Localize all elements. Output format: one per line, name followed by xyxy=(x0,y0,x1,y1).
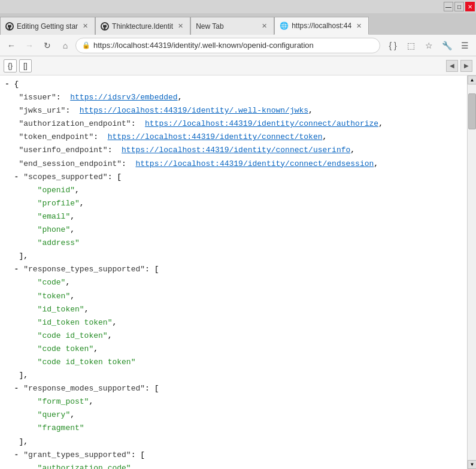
scroll-left-button[interactable]: ◀ xyxy=(446,60,458,72)
tab4-label: https://localhost:44 xyxy=(292,22,351,30)
json-jwks-line: "jwks_uri": https://localhost:44319/iden… xyxy=(0,104,467,117)
star-icon[interactable]: ☆ xyxy=(421,38,436,53)
scrollbar-up-arrow[interactable]: ▲ xyxy=(468,75,476,84)
scrollbar-track: ▲ ▼ xyxy=(467,75,476,469)
json-scope-openid: "openid", xyxy=(0,184,467,197)
refresh-button[interactable]: ↻ xyxy=(40,38,55,53)
lock-icon: 🔒 xyxy=(82,41,90,49)
json-endsession-line: "end_session_endpoint": https://localhos… xyxy=(0,158,467,171)
json-gt-authcode: "authorization_code", xyxy=(0,462,467,469)
json-scope-email: "email", xyxy=(0,210,467,223)
json-rt-code-idtoken-token: "code id_token token" xyxy=(0,356,467,369)
scrollbar-down-arrow[interactable]: ▼ xyxy=(468,460,476,469)
json-rt-code: "code", xyxy=(0,276,467,289)
tabs-bar: Editing Getting star ✕ Thinktecture.Iden… xyxy=(0,13,476,35)
tab3-label: New Tab xyxy=(196,22,257,31)
github-icon-2 xyxy=(101,22,109,31)
titlebar-buttons: — □ ✕ xyxy=(444,2,475,11)
home-button[interactable]: ⌂ xyxy=(57,38,73,53)
json-userinfo-line: "userinfo_endpoint": https://localhost:4… xyxy=(0,144,467,157)
json-open-brace: - { xyxy=(0,78,467,91)
tab2-close[interactable]: ✕ xyxy=(175,22,185,31)
minimize-button[interactable]: — xyxy=(444,2,453,11)
json-response-modes-close: ], xyxy=(0,435,467,449)
json-content[interactable]: - { "issuer": https://idsrv3/embedded, "… xyxy=(0,75,467,469)
json-toolbar: {} [] ◀ ▶ xyxy=(0,56,476,75)
json-scope-profile: "profile", xyxy=(0,197,467,210)
tab-localhost[interactable]: 🌐 https://localhost:44 ✕ xyxy=(274,17,369,35)
address-right-icons: { } ⬚ ☆ 🔧 ☰ xyxy=(385,38,472,53)
github-icon xyxy=(5,22,14,31)
bookmarks-icon[interactable]: { } xyxy=(385,38,401,53)
tab-editing-getting[interactable]: Editing Getting star ✕ xyxy=(0,17,95,35)
scrollbar-thumb[interactable] xyxy=(468,93,476,129)
json-scope-address: "address" xyxy=(0,237,467,250)
close-button[interactable]: ✕ xyxy=(465,2,475,11)
tab1-label: Editing Getting star xyxy=(17,22,78,31)
tab2-label: Thinktecture.Identit xyxy=(112,22,173,31)
json-issuer-line: "issuer": https://idsrv3/embedded, xyxy=(0,91,467,104)
content-area: - { "issuer": https://idsrv3/embedded, "… xyxy=(0,75,476,469)
tab4-close[interactable]: ✕ xyxy=(354,21,363,31)
address-text: https://localhost:44319/identity/.well-k… xyxy=(93,41,374,50)
json-auth-line: "authorization_endpoint": https://localh… xyxy=(0,117,467,131)
raw-button[interactable]: [] xyxy=(19,59,32,72)
json-scopes-close: ], xyxy=(0,250,467,263)
json-rm-query: "query", xyxy=(0,409,467,422)
json-response-types-key: - "response_types_supported": [ xyxy=(0,263,467,276)
scroll-right-button[interactable]: ▶ xyxy=(460,60,472,72)
forward-button[interactable]: → xyxy=(22,38,37,53)
json-rt-token: "token", xyxy=(0,290,467,303)
json-rt-idtoken: "id_token", xyxy=(0,303,467,316)
tab-thinktecture[interactable]: Thinktecture.Identit ✕ xyxy=(95,17,190,35)
reader-icon[interactable]: ⬚ xyxy=(403,38,419,53)
json-rt-code-idtoken: "code id_token", xyxy=(0,329,467,343)
json-rm-fragment: "fragment" xyxy=(0,422,467,435)
address-input-wrap[interactable]: 🔒 https://localhost:44319/identity/.well… xyxy=(75,38,380,53)
tab3-close[interactable]: ✕ xyxy=(259,22,269,31)
back-button[interactable]: ← xyxy=(4,38,19,53)
json-token-line: "token_endpoint": https://localhost:4431… xyxy=(0,131,467,144)
tab-new-tab[interactable]: New Tab ✕ xyxy=(190,17,274,35)
json-scopes-key: - "scopes_supported": [ xyxy=(0,171,467,184)
pretty-print-button[interactable]: {} xyxy=(4,59,17,72)
address-bar: ← → ↻ ⌂ 🔒 https://localhost:44319/identi… xyxy=(0,35,476,56)
json-rm-formpost: "form_post", xyxy=(0,395,467,409)
maximize-button[interactable]: □ xyxy=(454,2,464,11)
tools-icon[interactable]: 🔧 xyxy=(439,38,454,53)
titlebar: — □ ✕ xyxy=(0,0,476,13)
json-scope-phone: "phone", xyxy=(0,223,467,237)
json-grant-types-key: - "grant_types_supported": [ xyxy=(0,449,467,462)
json-response-types-close: ], xyxy=(0,369,467,382)
menu-icon[interactable]: ☰ xyxy=(457,38,472,53)
json-rt-idtoken-token: "id_token token", xyxy=(0,316,467,329)
json-rt-code-token: "code token", xyxy=(0,343,467,356)
json-response-modes-key: - "response_modes_supported": [ xyxy=(0,382,467,395)
tab1-close[interactable]: ✕ xyxy=(80,22,90,31)
